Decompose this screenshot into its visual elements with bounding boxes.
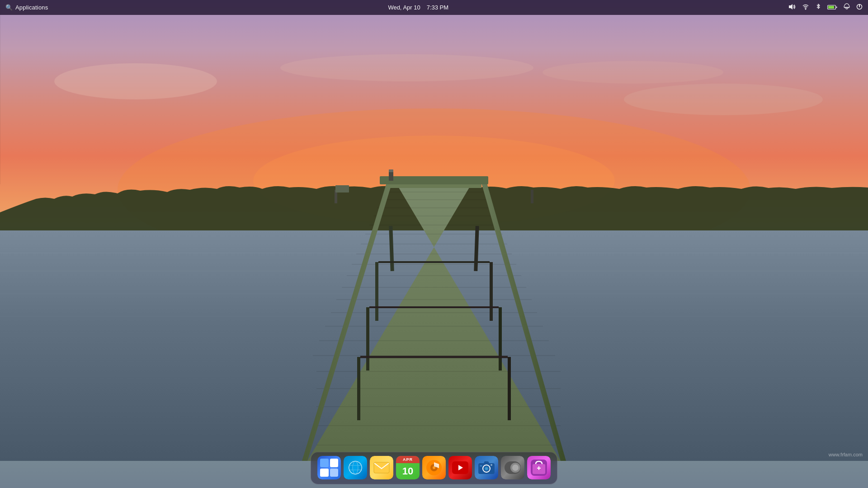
svg-rect-54	[335, 185, 349, 192]
camera-icon	[475, 456, 498, 479]
svg-rect-67	[374, 462, 389, 473]
browser-icon	[344, 456, 367, 479]
svg-rect-48	[508, 357, 511, 420]
menubar-left: 🔍 Applications	[5, 4, 48, 11]
wifi-icon[interactable]	[802, 4, 809, 11]
svg-point-5	[280, 54, 533, 81]
svg-rect-39	[380, 176, 488, 184]
dock-item-settings[interactable]	[501, 456, 524, 479]
svg-point-3	[54, 63, 217, 99]
menubar-right-icons	[788, 3, 863, 12]
power-icon[interactable]	[856, 4, 863, 11]
dock-item-camera[interactable]	[475, 456, 498, 479]
svg-rect-87	[538, 466, 539, 470]
volume-icon[interactable]	[788, 4, 796, 11]
svg-rect-40	[387, 184, 481, 188]
system-settings-icon	[501, 456, 524, 479]
youtube-icon	[448, 456, 472, 479]
app-store-icon	[527, 456, 551, 479]
svg-rect-80	[480, 465, 482, 466]
menubar-clock: Wed, Apr 10 7:33 PM	[388, 4, 448, 11]
watermark: www.frfam.com	[829, 452, 863, 457]
dock-item-store[interactable]	[527, 456, 551, 479]
dock-item-mosaic[interactable]	[317, 456, 341, 479]
dock-item-youtube[interactable]	[448, 456, 472, 479]
svg-point-4	[624, 84, 823, 115]
applications-menu[interactable]: Applications	[15, 4, 48, 11]
svg-rect-53	[531, 190, 533, 203]
svg-rect-58	[828, 6, 834, 9]
music-icon	[422, 456, 446, 479]
svg-rect-50	[389, 171, 393, 181]
notification-bell-icon[interactable]	[844, 3, 850, 12]
date-display: Wed, Apr 10	[388, 4, 420, 11]
menubar: 🔍 Applications Wed, Apr 10 7:33 PM	[0, 0, 868, 15]
calendar-icon: APR 10	[396, 456, 420, 479]
dock-item-music[interactable]	[422, 456, 446, 479]
svg-point-83	[512, 465, 519, 471]
svg-point-6	[542, 61, 723, 84]
svg-rect-42	[490, 262, 493, 321]
desktop-scene	[0, 0, 868, 488]
svg-point-56	[805, 9, 806, 10]
svg-point-66	[353, 461, 358, 474]
dock-item-mail[interactable]	[370, 456, 393, 479]
svg-rect-45	[499, 307, 502, 371]
battery-icon[interactable]	[827, 4, 837, 11]
svg-rect-47	[357, 357, 360, 420]
dock: APR 10	[311, 452, 557, 484]
svg-rect-51	[389, 169, 393, 172]
calendar-day-label: 10	[402, 465, 413, 477]
svg-point-71	[433, 466, 435, 469]
svg-marker-55	[789, 4, 793, 9]
dock-item-calendar[interactable]: APR 10	[396, 456, 420, 479]
calendar-month-label: APR	[403, 457, 413, 462]
mosaic-app-icon	[317, 456, 341, 479]
bluetooth-icon[interactable]	[816, 3, 821, 12]
dock-item-browser[interactable]	[344, 456, 367, 479]
svg-point-78	[491, 464, 492, 466]
svg-point-77	[485, 467, 488, 470]
time-display: 7:33 PM	[427, 4, 448, 11]
search-icon[interactable]: 🔍	[5, 4, 13, 11]
svg-rect-44	[366, 307, 369, 371]
svg-rect-41	[375, 262, 378, 321]
mail-icon	[370, 456, 393, 479]
